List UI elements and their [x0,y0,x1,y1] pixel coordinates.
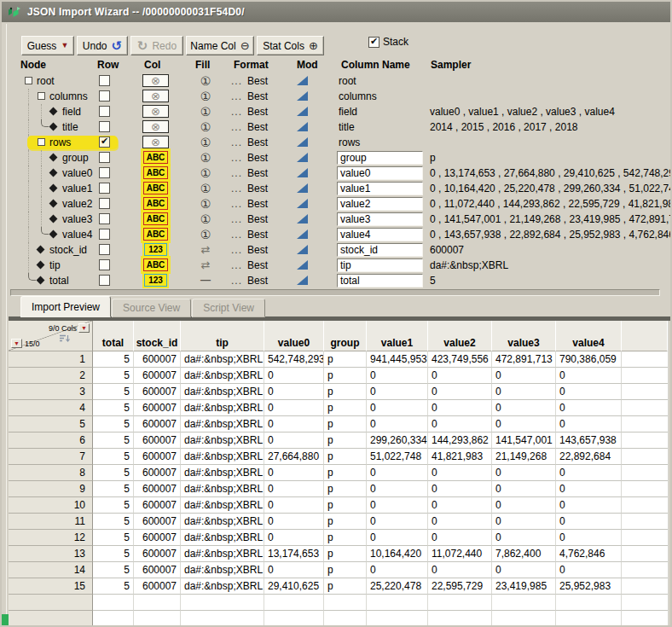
grid-cell[interactable]: 542,748,293 [264,351,324,368]
mod-triangle-icon[interactable] [297,229,308,239]
no-column-icon[interactable]: ⊗ [142,136,169,148]
row-checkbox[interactable] [99,275,110,286]
no-column-icon[interactable]: ⊗ [142,90,169,102]
grid-cell[interactable]: p [324,578,367,595]
grid-cell[interactable]: p [324,497,367,514]
row-checkbox[interactable] [99,183,110,194]
row-number[interactable]: 13 [9,546,93,562]
grid-cell[interactable]: 0 [556,400,622,416]
grid-cell[interactable]: p [324,433,367,449]
grid-cell[interactable] [264,611,324,625]
header-column-name[interactable]: Column Name [341,59,410,71]
grid-cell[interactable] [367,595,428,611]
header-format[interactable]: Format [234,59,269,71]
grid-cell[interactable]: 5 [93,400,134,416]
grid-cell[interactable]: 0 [428,497,492,514]
grid-cell[interactable] [181,595,264,611]
mod-triangle-icon[interactable] [297,107,308,116]
grid-cell[interactable]: 141,547,001 [492,433,556,449]
grid-cell[interactable]: p [324,514,367,530]
grid-cell[interactable] [367,611,428,625]
tree-node-label[interactable]: value4 [62,229,92,241]
mod-triangle-icon[interactable] [297,168,308,177]
no-column-icon[interactable]: ⊗ [142,105,169,118]
leaf-diamond-icon[interactable] [49,123,58,131]
grid-cell[interactable]: 0 [492,481,556,497]
guess-button[interactable]: Guess ▼ [21,36,74,55]
grid-cell[interactable]: 0 [556,384,622,400]
grid-cell[interactable] [181,611,264,625]
column-name-field[interactable]: value4 [337,228,423,241]
grid-cell[interactable]: 0 [428,465,492,481]
format-ellipsis-button[interactable]: ... [231,213,242,225]
tree-node-label[interactable]: rows [49,136,71,148]
row-number[interactable]: 14 [9,562,93,578]
grid-cell[interactable] [492,595,556,611]
grid-cell[interactable]: 143,657,938 [556,433,622,449]
grid-cell[interactable]: 5 [93,514,134,530]
circled-one-icon[interactable]: ① [197,74,214,88]
grid-cell[interactable]: p [324,368,367,384]
tree-node-label[interactable]: columns [49,90,88,102]
grid-cell[interactable]: 0 [556,514,622,530]
recycle-arrows-icon[interactable]: ⇄ [197,258,214,271]
mod-triangle-icon[interactable] [297,199,308,208]
row-number[interactable]: 11 [9,514,93,530]
circled-one-icon[interactable]: ① [197,151,214,165]
grid-cell[interactable]: 600007 [134,449,181,465]
grid-cell[interactable]: 0 [492,368,556,384]
grid-cell[interactable]: 5 [93,416,134,433]
grid-cell[interactable]: 29,410,625 [264,578,324,595]
grid-column-header-value4[interactable]: value4 [556,321,622,351]
grid-cell[interactable]: 600007 [134,481,181,497]
grid-cell[interactable]: 600007 [134,562,181,578]
grid-cell[interactable]: 0 [428,416,492,433]
leaf-diamond-icon[interactable] [49,200,58,208]
column-name-field[interactable]: group [337,151,423,165]
grid-cell[interactable]: 0 [492,400,556,416]
no-column-icon[interactable]: ⊗ [142,74,169,87]
grid-cell[interactable]: 41,821,983 [428,449,492,465]
grid-cell[interactable]: 0 [556,562,622,578]
row-checkbox[interactable] [99,75,110,86]
circled-one-icon[interactable]: ① [197,120,214,134]
format-ellipsis-button[interactable]: ... [231,198,242,210]
text-abc-icon[interactable]: ABC [143,258,168,271]
grid-cell[interactable]: 600007 [134,416,181,433]
circled-one-icon[interactable]: ① [197,197,214,211]
row-number[interactable]: 2 [9,368,93,384]
grid-cell[interactable]: 5 [93,562,134,578]
mod-triangle-icon[interactable] [297,276,308,285]
grid-cell[interactable]: 0 [492,465,556,481]
grid-cell[interactable]: da#:&nbsp;XBRL [181,530,264,546]
grid-cell[interactable]: 0 [264,384,324,400]
header-fill[interactable]: Fill [195,59,210,71]
row-number[interactable]: 10 [9,497,93,514]
no-column-icon[interactable]: ⊗ [142,120,169,133]
grid-cell[interactable]: 27,664,880 [264,449,324,465]
grid-cell[interactable]: 0 [264,562,324,578]
grid-cell[interactable]: 5 [93,351,134,368]
text-abc-icon[interactable]: ABC [143,166,168,179]
grid-cell[interactable]: 0 [428,368,492,384]
grid-column-header-value3[interactable]: value3 [492,321,556,351]
grid-column-header-total[interactable]: total [93,321,134,351]
grid-column-header-group[interactable]: group [324,321,367,351]
number-123-icon[interactable]: 123 [144,243,167,256]
grid-cell[interactable]: 5 [93,481,134,497]
circled-one-icon[interactable]: ① [197,136,214,149]
grid-cell[interactable] [264,595,324,611]
grid-cell[interactable]: 51,022,748 [367,449,428,465]
format-ellipsis-button[interactable]: ... [231,244,242,256]
grid-cell[interactable]: 0 [264,481,324,497]
mod-triangle-icon[interactable] [297,183,308,193]
grid-cell[interactable]: 0 [492,530,556,546]
grid-cell[interactable]: 0 [264,497,324,514]
grid-cell[interactable]: 22,595,729 [428,578,492,595]
mod-triangle-icon[interactable] [297,260,308,270]
tab-source-view[interactable]: Source View [112,299,191,317]
format-ellipsis-button[interactable]: ... [231,136,242,148]
column-name-field[interactable]: value3 [337,212,423,226]
grid-cell[interactable]: 0 [492,562,556,578]
grid-cell[interactable]: p [324,449,367,465]
